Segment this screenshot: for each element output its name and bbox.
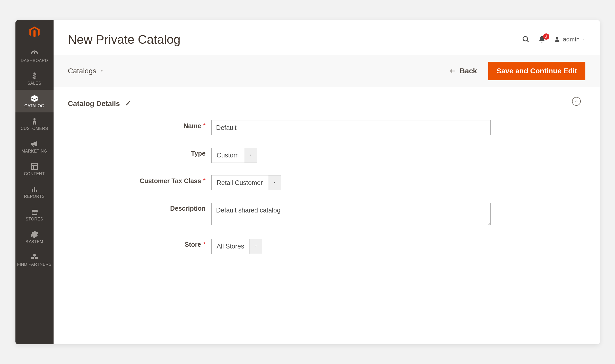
header-actions: 3 admin: [522, 35, 585, 43]
action-bar: Catalogs Back Save and Continue Edit: [54, 55, 600, 87]
caret-down-icon: [100, 69, 103, 73]
sidebar-item-label: DASHBOARD: [21, 58, 48, 63]
person-icon: [30, 117, 39, 125]
storefront-icon: [30, 208, 39, 216]
form-row-description: Description: [68, 203, 585, 226]
sidebar-item-label: SYSTEM: [25, 239, 43, 244]
user-icon: [554, 36, 560, 42]
required-indicator: *: [203, 122, 205, 129]
store-value: All Stores: [212, 239, 249, 254]
bars-icon: [30, 185, 39, 193]
gear-icon: [30, 230, 39, 238]
layout-icon: [30, 162, 39, 171]
sidebar-item-label: SALES: [27, 81, 41, 86]
section-header: Catalog Details: [68, 100, 585, 108]
form-row-name: Name *: [68, 120, 585, 135]
notifications-button[interactable]: 3: [538, 35, 546, 43]
sidebar-item-system[interactable]: SYSTEM: [15, 226, 54, 248]
svg-point-9: [556, 37, 558, 40]
notification-badge: 3: [543, 33, 549, 40]
sidebar-item-stores[interactable]: STORES: [15, 203, 54, 226]
tax-class-label: Customer Tax Class: [140, 177, 201, 185]
blocks-icon: [30, 253, 39, 261]
store-label: Store: [185, 241, 201, 248]
breadcrumb-label: Catalogs: [68, 67, 97, 75]
caret-down-icon: [249, 239, 262, 254]
user-name: admin: [563, 36, 579, 43]
speedometer-icon: [30, 49, 39, 57]
name-input[interactable]: [211, 120, 491, 135]
user-menu[interactable]: admin: [554, 36, 585, 43]
sidebar: DASHBOARD SALES CATALOG CUSTOMERS MARKET…: [15, 20, 54, 344]
svg-rect-4: [32, 189, 33, 192]
search-button[interactable]: [522, 35, 530, 43]
svg-rect-5: [34, 187, 35, 192]
edit-icon[interactable]: [125, 100, 131, 107]
sidebar-item-marketing[interactable]: MARKETING: [15, 135, 54, 158]
svg-point-0: [33, 118, 36, 120]
caret-down-icon: [582, 38, 585, 41]
sidebar-item-label: CUSTOMERS: [21, 126, 48, 131]
caret-down-icon: [244, 148, 257, 163]
tax-class-value: Retail Customer: [212, 175, 268, 190]
dollar-icon: [30, 72, 39, 80]
sidebar-item-customers[interactable]: CUSTOMERS: [15, 112, 54, 135]
sidebar-item-label: REPORTS: [24, 194, 45, 199]
description-label: Description: [170, 205, 206, 212]
caret-down-icon: [268, 175, 281, 190]
arrow-left-icon: [449, 68, 456, 74]
svg-point-7: [523, 37, 528, 41]
actionbar-right: Back Save and Continue Edit: [449, 62, 585, 80]
sidebar-item-label: MARKETING: [22, 149, 47, 154]
app-window: DASHBOARD SALES CATALOG CUSTOMERS MARKET…: [15, 20, 600, 344]
type-value: Custom: [212, 148, 244, 163]
description-input[interactable]: [211, 203, 491, 225]
svg-rect-6: [36, 190, 37, 192]
sidebar-item-label: CONTENT: [24, 172, 45, 176]
required-indicator: *: [203, 177, 205, 184]
box-icon: [30, 94, 39, 103]
form-row-tax-class: Customer Tax Class * Retail Customer: [68, 175, 585, 190]
section-title: Catalog Details: [68, 100, 120, 108]
back-label: Back: [460, 67, 477, 75]
sidebar-item-label: STORES: [25, 217, 43, 221]
sidebar-item-label: FIND PARTNERS: [17, 262, 52, 267]
sidebar-item-content[interactable]: CONTENT: [15, 158, 54, 180]
sidebar-item-reports[interactable]: REPORTS: [15, 180, 54, 203]
svg-line-8: [527, 40, 529, 42]
name-label: Name: [184, 122, 201, 130]
main-content: New Private Catalog 3 admin Catalogs: [54, 20, 600, 344]
page-header: New Private Catalog 3 admin: [54, 20, 600, 55]
type-label: Type: [191, 150, 206, 157]
sidebar-item-catalog[interactable]: CATALOG: [15, 90, 54, 112]
tax-class-select[interactable]: Retail Customer: [211, 175, 281, 190]
magento-logo-icon: [28, 25, 41, 39]
save-continue-button[interactable]: Save and Continue Edit: [488, 62, 585, 80]
form-row-store: Store * All Stores: [68, 239, 585, 254]
megaphone-icon: [30, 140, 39, 148]
page-title: New Private Catalog: [68, 32, 181, 47]
type-select[interactable]: Custom: [211, 148, 257, 163]
sidebar-item-partners[interactable]: FIND PARTNERS: [15, 248, 54, 271]
catalog-form: Name * Type Custom: [68, 120, 585, 254]
search-icon: [522, 35, 530, 43]
required-indicator: *: [203, 241, 205, 248]
store-select[interactable]: All Stores: [211, 239, 263, 254]
logo[interactable]: [15, 20, 54, 45]
form-row-type: Type Custom: [68, 148, 585, 163]
back-button[interactable]: Back: [449, 67, 477, 75]
sidebar-item-sales[interactable]: SALES: [15, 67, 54, 90]
sidebar-item-dashboard[interactable]: DASHBOARD: [15, 45, 54, 67]
sidebar-item-label: CATALOG: [24, 104, 45, 108]
breadcrumb[interactable]: Catalogs: [68, 67, 104, 75]
svg-rect-1: [31, 163, 38, 170]
content-area: Catalog Details Name * T: [54, 87, 600, 266]
